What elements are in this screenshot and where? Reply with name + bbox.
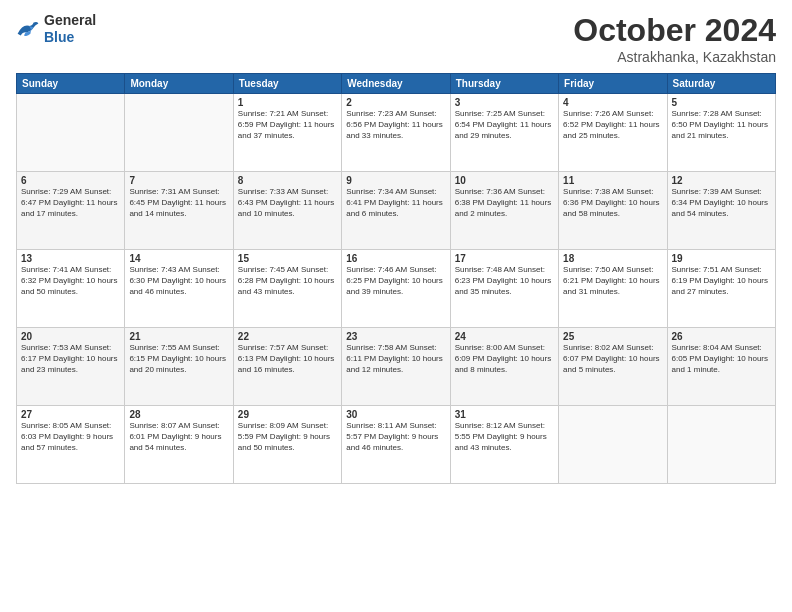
week-row-4: 20Sunrise: 7:53 AM Sunset: 6:17 PM Dayli… xyxy=(17,328,776,406)
logo-blue: Blue xyxy=(44,29,74,45)
day-detail: Sunrise: 7:41 AM Sunset: 6:32 PM Dayligh… xyxy=(21,265,120,297)
calendar-cell xyxy=(559,406,667,484)
day-number: 8 xyxy=(238,175,337,186)
day-number: 13 xyxy=(21,253,120,264)
calendar-cell: 5Sunrise: 7:28 AM Sunset: 6:50 PM Daylig… xyxy=(667,94,775,172)
calendar-cell: 22Sunrise: 7:57 AM Sunset: 6:13 PM Dayli… xyxy=(233,328,341,406)
calendar-cell: 10Sunrise: 7:36 AM Sunset: 6:38 PM Dayli… xyxy=(450,172,558,250)
week-row-5: 27Sunrise: 8:05 AM Sunset: 6:03 PM Dayli… xyxy=(17,406,776,484)
calendar-cell: 31Sunrise: 8:12 AM Sunset: 5:55 PM Dayli… xyxy=(450,406,558,484)
day-detail: Sunrise: 7:53 AM Sunset: 6:17 PM Dayligh… xyxy=(21,343,120,375)
logo-text: General Blue xyxy=(44,12,96,46)
col-header-sunday: Sunday xyxy=(17,74,125,94)
calendar-cell: 6Sunrise: 7:29 AM Sunset: 6:47 PM Daylig… xyxy=(17,172,125,250)
day-number: 10 xyxy=(455,175,554,186)
day-number: 12 xyxy=(672,175,771,186)
day-detail: Sunrise: 7:48 AM Sunset: 6:23 PM Dayligh… xyxy=(455,265,554,297)
day-number: 29 xyxy=(238,409,337,420)
col-header-thursday: Thursday xyxy=(450,74,558,94)
calendar-cell: 13Sunrise: 7:41 AM Sunset: 6:32 PM Dayli… xyxy=(17,250,125,328)
day-detail: Sunrise: 7:55 AM Sunset: 6:15 PM Dayligh… xyxy=(129,343,228,375)
calendar-cell: 15Sunrise: 7:45 AM Sunset: 6:28 PM Dayli… xyxy=(233,250,341,328)
day-number: 28 xyxy=(129,409,228,420)
day-detail: Sunrise: 8:07 AM Sunset: 6:01 PM Dayligh… xyxy=(129,421,228,453)
calendar-cell: 7Sunrise: 7:31 AM Sunset: 6:45 PM Daylig… xyxy=(125,172,233,250)
day-number: 27 xyxy=(21,409,120,420)
day-number: 17 xyxy=(455,253,554,264)
calendar-cell: 29Sunrise: 8:09 AM Sunset: 5:59 PM Dayli… xyxy=(233,406,341,484)
logo: General Blue xyxy=(16,12,96,46)
col-header-monday: Monday xyxy=(125,74,233,94)
day-number: 7 xyxy=(129,175,228,186)
day-detail: Sunrise: 7:39 AM Sunset: 6:34 PM Dayligh… xyxy=(672,187,771,219)
day-detail: Sunrise: 8:05 AM Sunset: 6:03 PM Dayligh… xyxy=(21,421,120,453)
day-number: 26 xyxy=(672,331,771,342)
calendar-cell: 26Sunrise: 8:04 AM Sunset: 6:05 PM Dayli… xyxy=(667,328,775,406)
week-row-3: 13Sunrise: 7:41 AM Sunset: 6:32 PM Dayli… xyxy=(17,250,776,328)
col-header-friday: Friday xyxy=(559,74,667,94)
calendar-cell: 28Sunrise: 8:07 AM Sunset: 6:01 PM Dayli… xyxy=(125,406,233,484)
calendar-cell: 20Sunrise: 7:53 AM Sunset: 6:17 PM Dayli… xyxy=(17,328,125,406)
day-detail: Sunrise: 7:45 AM Sunset: 6:28 PM Dayligh… xyxy=(238,265,337,297)
calendar-header-row: SundayMondayTuesdayWednesdayThursdayFrid… xyxy=(17,74,776,94)
calendar-cell xyxy=(125,94,233,172)
day-number: 22 xyxy=(238,331,337,342)
location: Astrakhanka, Kazakhstan xyxy=(573,49,776,65)
day-number: 2 xyxy=(346,97,445,108)
day-detail: Sunrise: 7:46 AM Sunset: 6:25 PM Dayligh… xyxy=(346,265,445,297)
day-number: 15 xyxy=(238,253,337,264)
day-detail: Sunrise: 7:36 AM Sunset: 6:38 PM Dayligh… xyxy=(455,187,554,219)
calendar-cell: 21Sunrise: 7:55 AM Sunset: 6:15 PM Dayli… xyxy=(125,328,233,406)
calendar-cell: 24Sunrise: 8:00 AM Sunset: 6:09 PM Dayli… xyxy=(450,328,558,406)
logo-general: General xyxy=(44,12,96,28)
logo-bird-icon xyxy=(16,19,40,39)
title-area: October 2024 Astrakhanka, Kazakhstan xyxy=(573,12,776,65)
calendar-cell: 30Sunrise: 8:11 AM Sunset: 5:57 PM Dayli… xyxy=(342,406,450,484)
day-number: 11 xyxy=(563,175,662,186)
day-number: 30 xyxy=(346,409,445,420)
day-detail: Sunrise: 8:04 AM Sunset: 6:05 PM Dayligh… xyxy=(672,343,771,375)
day-number: 19 xyxy=(672,253,771,264)
day-number: 20 xyxy=(21,331,120,342)
calendar-cell: 17Sunrise: 7:48 AM Sunset: 6:23 PM Dayli… xyxy=(450,250,558,328)
day-detail: Sunrise: 7:34 AM Sunset: 6:41 PM Dayligh… xyxy=(346,187,445,219)
day-number: 14 xyxy=(129,253,228,264)
calendar: SundayMondayTuesdayWednesdayThursdayFrid… xyxy=(16,73,776,484)
day-detail: Sunrise: 7:43 AM Sunset: 6:30 PM Dayligh… xyxy=(129,265,228,297)
col-header-tuesday: Tuesday xyxy=(233,74,341,94)
day-number: 31 xyxy=(455,409,554,420)
week-row-1: 1Sunrise: 7:21 AM Sunset: 6:59 PM Daylig… xyxy=(17,94,776,172)
day-number: 16 xyxy=(346,253,445,264)
calendar-cell: 11Sunrise: 7:38 AM Sunset: 6:36 PM Dayli… xyxy=(559,172,667,250)
day-number: 21 xyxy=(129,331,228,342)
calendar-cell: 3Sunrise: 7:25 AM Sunset: 6:54 PM Daylig… xyxy=(450,94,558,172)
day-detail: Sunrise: 7:21 AM Sunset: 6:59 PM Dayligh… xyxy=(238,109,337,141)
day-number: 6 xyxy=(21,175,120,186)
month-title: October 2024 xyxy=(573,12,776,49)
calendar-cell: 8Sunrise: 7:33 AM Sunset: 6:43 PM Daylig… xyxy=(233,172,341,250)
calendar-cell: 14Sunrise: 7:43 AM Sunset: 6:30 PM Dayli… xyxy=(125,250,233,328)
day-number: 18 xyxy=(563,253,662,264)
calendar-cell: 19Sunrise: 7:51 AM Sunset: 6:19 PM Dayli… xyxy=(667,250,775,328)
day-number: 4 xyxy=(563,97,662,108)
day-detail: Sunrise: 7:57 AM Sunset: 6:13 PM Dayligh… xyxy=(238,343,337,375)
day-detail: Sunrise: 7:31 AM Sunset: 6:45 PM Dayligh… xyxy=(129,187,228,219)
day-detail: Sunrise: 7:58 AM Sunset: 6:11 PM Dayligh… xyxy=(346,343,445,375)
day-detail: Sunrise: 8:02 AM Sunset: 6:07 PM Dayligh… xyxy=(563,343,662,375)
day-detail: Sunrise: 8:11 AM Sunset: 5:57 PM Dayligh… xyxy=(346,421,445,453)
calendar-cell xyxy=(667,406,775,484)
calendar-cell: 27Sunrise: 8:05 AM Sunset: 6:03 PM Dayli… xyxy=(17,406,125,484)
day-number: 25 xyxy=(563,331,662,342)
calendar-cell: 25Sunrise: 8:02 AM Sunset: 6:07 PM Dayli… xyxy=(559,328,667,406)
calendar-cell: 1Sunrise: 7:21 AM Sunset: 6:59 PM Daylig… xyxy=(233,94,341,172)
day-detail: Sunrise: 7:29 AM Sunset: 6:47 PM Dayligh… xyxy=(21,187,120,219)
week-row-2: 6Sunrise: 7:29 AM Sunset: 6:47 PM Daylig… xyxy=(17,172,776,250)
day-detail: Sunrise: 7:50 AM Sunset: 6:21 PM Dayligh… xyxy=(563,265,662,297)
col-header-wednesday: Wednesday xyxy=(342,74,450,94)
day-detail: Sunrise: 7:25 AM Sunset: 6:54 PM Dayligh… xyxy=(455,109,554,141)
calendar-cell: 2Sunrise: 7:23 AM Sunset: 6:56 PM Daylig… xyxy=(342,94,450,172)
day-number: 1 xyxy=(238,97,337,108)
day-number: 5 xyxy=(672,97,771,108)
calendar-cell: 18Sunrise: 7:50 AM Sunset: 6:21 PM Dayli… xyxy=(559,250,667,328)
calendar-cell xyxy=(17,94,125,172)
